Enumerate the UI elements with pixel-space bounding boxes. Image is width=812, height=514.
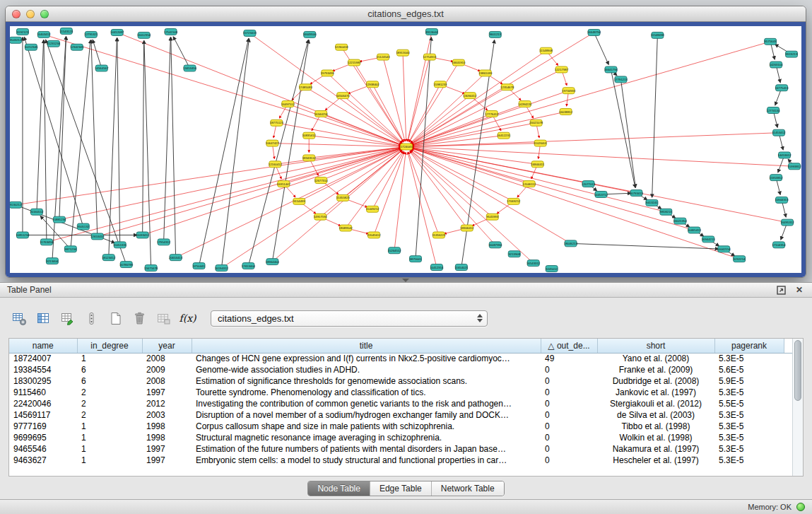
table-cell[interactable]: Corpus callosum shape and size in male p… xyxy=(192,421,541,432)
table-cell[interactable]: Jankovic et al. (1997) xyxy=(597,387,714,398)
table-row[interactable]: 1938455462009Genome-wide association stu… xyxy=(9,364,792,375)
table-cell[interactable]: Genome-wide association studies in ADHD. xyxy=(192,364,541,375)
table-cell[interactable]: Changes of HCN gene expression and I(f) … xyxy=(192,353,541,364)
table-cell[interactable]: 0 xyxy=(541,364,597,375)
table-cell[interactable]: 0 xyxy=(541,375,597,387)
delete-table-icon[interactable] xyxy=(130,309,149,327)
table-cell[interactable]: 18724007 xyxy=(9,353,77,364)
table-cell[interactable]: 9777169 xyxy=(9,421,77,432)
table-settings-icon[interactable] xyxy=(10,309,29,327)
table-cell[interactable]: Nakamura et al. (1997) xyxy=(597,443,714,455)
table-cell[interactable]: 1 xyxy=(77,455,142,466)
table-cell[interactable]: 0 xyxy=(541,432,597,443)
table-cell[interactable]: 1 xyxy=(77,443,142,455)
network-table-selector[interactable]: citations_edges.txt xyxy=(211,310,488,327)
column-header-out-de[interactable]: △ out_de... xyxy=(541,339,597,353)
table-cell[interactable]: 14569117 xyxy=(9,409,77,421)
table-cell[interactable]: 9115460 xyxy=(9,387,77,398)
table-cell[interactable]: 1 xyxy=(77,421,142,432)
table-cell[interactable]: Franke et al. (2009) xyxy=(597,364,714,375)
network-edge[interactable] xyxy=(275,148,401,165)
network-edge[interactable] xyxy=(44,40,47,243)
table-cell[interactable]: 5.3E-5 xyxy=(714,455,784,466)
table-row[interactable]: 1872400712008Changes of HCN gene express… xyxy=(9,353,792,364)
table-cell[interactable]: 9699695 xyxy=(9,432,77,443)
table-cell[interactable]: 1 xyxy=(77,353,142,364)
table-cell[interactable]: 2 xyxy=(77,398,142,409)
table-row[interactable]: 946554611997Estimation of the future num… xyxy=(9,443,792,455)
function-builder-icon[interactable]: f(x) xyxy=(178,309,197,327)
network-edge[interactable] xyxy=(403,53,406,141)
network-edge[interactable] xyxy=(37,40,44,212)
table-cell[interactable]: Structural magnetic resonance image aver… xyxy=(192,432,541,443)
network-edge[interactable] xyxy=(93,40,102,68)
table-cell[interactable]: 5.3E-5 xyxy=(714,443,784,455)
tab-node-table[interactable]: Node Table xyxy=(308,481,370,496)
table-cell[interactable]: Estimation of significance thresholds fo… xyxy=(192,375,541,387)
network-edge[interactable] xyxy=(411,69,561,144)
table-cell[interactable]: 5.6E-5 xyxy=(714,364,784,375)
new-table-icon[interactable] xyxy=(106,309,125,327)
table-cell[interactable]: 2 xyxy=(77,409,142,421)
network-edge[interactable] xyxy=(408,152,439,235)
table-cell[interactable]: 2008 xyxy=(142,353,192,364)
network-edge[interactable] xyxy=(249,33,401,144)
import-table-icon[interactable] xyxy=(154,309,173,327)
table-cell[interactable]: 5.3E-5 xyxy=(714,387,784,398)
network-edge[interactable] xyxy=(346,151,403,228)
network-edge[interactable] xyxy=(412,148,529,184)
table-cell[interactable]: 0 xyxy=(541,387,597,398)
table-cell[interactable]: Disruption of a novel member of a sodium… xyxy=(192,409,541,421)
table-cell[interactable]: 5.3E-5 xyxy=(714,353,784,364)
network-edge[interactable] xyxy=(412,147,794,166)
table-cell[interactable]: de Silva et al. (2003) xyxy=(597,409,714,421)
table-cell[interactable]: 1997 xyxy=(142,387,192,398)
network-edge[interactable] xyxy=(117,38,120,245)
network-edge[interactable] xyxy=(620,79,635,187)
table-cell[interactable]: Tibbo et al. (1998) xyxy=(597,421,714,432)
network-edge[interactable] xyxy=(652,35,658,197)
network-edge[interactable] xyxy=(411,149,514,201)
network-edge[interactable] xyxy=(412,123,536,146)
column-header-in-degree[interactable]: in_degree xyxy=(77,339,142,353)
table-cell[interactable]: 0 xyxy=(541,443,597,455)
table-cell[interactable]: 1998 xyxy=(142,432,192,443)
table-cell[interactable]: 18300295 xyxy=(9,375,77,387)
table-row[interactable]: 1830029562008Estimation of significance … xyxy=(9,375,792,387)
table-scrollbar[interactable] xyxy=(792,339,803,476)
network-edge[interactable] xyxy=(408,57,430,141)
table-cell[interactable]: Wolkin et al. (1998) xyxy=(597,432,714,443)
table-cell[interactable]: 9465546 xyxy=(9,443,77,455)
network-edge[interactable] xyxy=(276,123,401,146)
table-cell[interactable]: 0 xyxy=(541,409,597,421)
network-edge[interactable] xyxy=(412,148,666,211)
table-cell[interactable]: 6 xyxy=(77,364,142,375)
tab-network-table[interactable]: Network Table xyxy=(431,481,504,496)
column-header-title[interactable]: title xyxy=(192,339,541,353)
network-edge[interactable] xyxy=(383,57,405,141)
table-cell[interactable]: 5.3E-5 xyxy=(714,421,784,432)
network-edge[interactable] xyxy=(44,35,401,145)
column-chooser-icon[interactable] xyxy=(34,309,53,327)
network-edge[interactable] xyxy=(411,151,534,263)
network-edge[interactable] xyxy=(343,151,402,198)
network-edge[interactable] xyxy=(143,41,144,235)
table-cell[interactable]: 2012 xyxy=(142,398,192,409)
network-edge[interactable] xyxy=(199,39,249,266)
network-edge[interactable] xyxy=(164,37,171,243)
network-edge[interactable] xyxy=(412,148,787,223)
network-edge[interactable] xyxy=(24,37,83,227)
table-cell[interactable]: 1997 xyxy=(142,443,192,455)
table-cell[interactable]: 1997 xyxy=(142,455,192,466)
close-window-icon[interactable] xyxy=(12,10,20,18)
table-cell[interactable]: Stergiakouli et al. (2012) xyxy=(597,398,714,409)
network-edge[interactable] xyxy=(272,151,402,262)
network-edge[interactable] xyxy=(394,152,406,250)
table-cell[interactable]: Embryonic stem cells: a model to study s… xyxy=(192,455,541,466)
table-row[interactable]: 946362711997Embryonic stem cells: a mode… xyxy=(9,455,792,466)
table-cell[interactable]: 1 xyxy=(77,432,142,443)
table-row[interactable]: 969969511998Structural magnetic resonanc… xyxy=(9,432,792,443)
network-edge[interactable] xyxy=(221,39,249,268)
network-edge[interactable] xyxy=(594,33,609,64)
table-cell[interactable]: 5.9E-5 xyxy=(714,375,784,387)
